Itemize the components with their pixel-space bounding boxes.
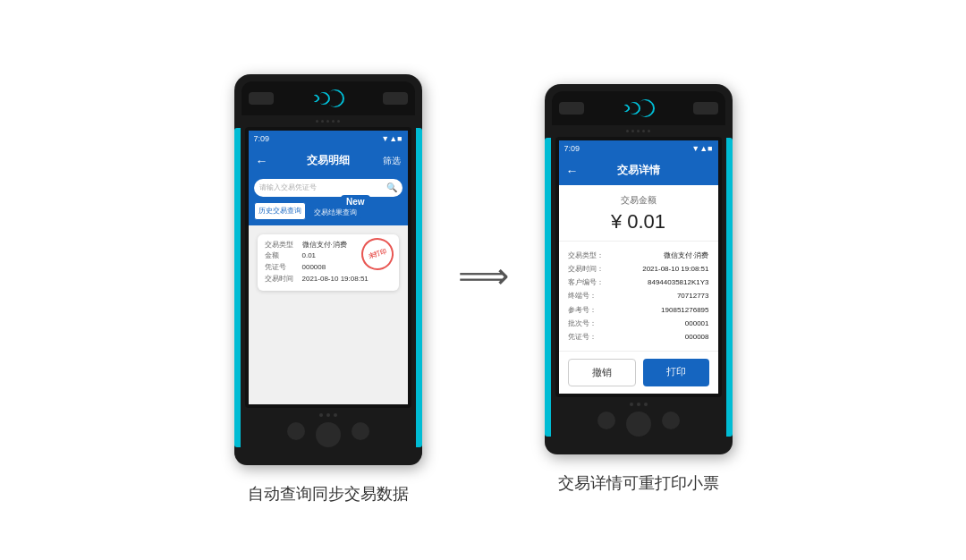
back-button-right[interactable]: ← <box>566 164 579 178</box>
transaction-result-wrapper: 交易结果查询 New <box>309 202 361 220</box>
right-device-section: 7:09 ▼▲■ ← 交易详情 交易金额 ¥ 0.01 <box>545 84 733 494</box>
pos-top-section <box>242 81 415 115</box>
detail-label-5: 批次号： <box>568 317 597 330</box>
status-bar-left: 7:09 ▼▲■ <box>249 131 408 147</box>
nav-btn-center-r[interactable] <box>626 412 651 437</box>
main-container: 7:09 ▼▲■ ← 交易明细 筛选 请输入交易凭证号 🔍 <box>234 56 733 505</box>
detail-row-4: 参考号： 190851276895 <box>568 303 709 317</box>
history-query-button[interactable]: 历史交易查询 <box>254 202 306 220</box>
detail-label-3: 终端号： <box>568 289 597 302</box>
amount-label: 交易金额 <box>559 194 718 207</box>
pos-top-left-label <box>249 92 274 105</box>
nav-buttons <box>242 419 415 451</box>
transaction-time-row: 交易时间 2021-08-10 19:08:51 <box>265 274 392 285</box>
detail-label-2: 客户编号： <box>568 276 604 289</box>
transaction-list: 交易类型 微信支付·消费 金额 0.01 凭证号 000008 交易时间 <box>249 225 408 404</box>
detail-value-5: 000001 <box>685 317 709 330</box>
detail-row-0: 交易类型： 微信支付·消费 <box>568 249 709 262</box>
nfc-arc-r3 <box>632 96 657 121</box>
query-buttons-row: 历史交易查询 交易结果查询 New <box>249 202 408 225</box>
arrow-container: ⟹ <box>458 255 509 296</box>
search-icon: 🔍 <box>386 182 397 192</box>
app-header-right: ← 交易详情 <box>559 157 718 185</box>
nav-btn-right[interactable] <box>352 422 369 440</box>
nav-btn-right-r[interactable] <box>662 412 680 429</box>
detail-value-3: 70712773 <box>677 289 709 302</box>
signal-left: ▼▲■ <box>381 134 402 143</box>
pos-dots-bottom <box>242 410 415 419</box>
left-pos-terminal: 7:09 ▼▲■ ← 交易明细 筛选 请输入交易凭证号 🔍 <box>234 74 422 465</box>
screen-bezel-left: 7:09 ▼▲■ ← 交易明细 筛选 请输入交易凭证号 🔍 <box>245 127 411 408</box>
page-title-right: 交易详情 <box>617 163 660 178</box>
pos-top-left-label-r <box>559 102 584 115</box>
new-badge: New <box>341 195 370 208</box>
detail-value-4: 190851276895 <box>661 303 708 317</box>
amount-section: 交易金额 ¥ 0.01 <box>559 185 718 242</box>
status-bar-right: 7:09 ▼▲■ <box>559 140 718 157</box>
detail-row-3: 终端号： 70712773 <box>568 289 709 302</box>
cyan-strip-right <box>416 128 422 447</box>
time-right: 7:09 <box>564 144 580 153</box>
cyan-strip-right-r <box>726 138 733 437</box>
print-button[interactable]: 打印 <box>643 359 709 386</box>
nfc-icon <box>312 89 344 107</box>
back-button-left[interactable]: ← <box>256 154 268 168</box>
right-pos-terminal: 7:09 ▼▲■ ← 交易详情 交易金额 ¥ 0.01 <box>545 84 733 454</box>
signal-right: ▼▲■ <box>691 144 712 153</box>
detail-row-1: 交易时间： 2021-08-10 19:08:51 <box>568 262 709 276</box>
filter-button[interactable]: 筛选 <box>383 155 401 167</box>
pos-top-right-label <box>383 92 408 105</box>
nfc-icon-r <box>623 99 655 117</box>
page-title-left: 交易明细 <box>307 153 350 168</box>
detail-label-1: 交易时间： <box>568 262 604 276</box>
app-header-left: ← 交易明细 筛选 <box>249 147 408 175</box>
cancel-button[interactable]: 撤销 <box>568 359 636 386</box>
detail-action-buttons: 撤销 打印 <box>559 351 718 394</box>
nav-btn-center[interactable] <box>316 422 341 447</box>
right-caption: 交易详情可重打印小票 <box>558 472 719 494</box>
detail-row-5: 批次号： 000001 <box>568 317 709 330</box>
pos-top-right-label-r <box>693 102 718 115</box>
detail-value-0: 微信支付·消费 <box>664 249 708 262</box>
search-placeholder: 请输入交易凭证号 <box>259 182 317 192</box>
amount-value: ¥ 0.01 <box>559 210 718 233</box>
search-box[interactable]: 请输入交易凭证号 🔍 <box>254 179 402 197</box>
cyan-strip-left-r <box>545 138 551 437</box>
detail-row-6: 凭证号： 000008 <box>568 330 709 344</box>
direction-arrow: ⟹ <box>458 255 509 296</box>
search-section: 请输入交易凭证号 🔍 <box>249 175 408 202</box>
detail-label-6: 凭证号： <box>568 330 597 344</box>
detail-row-2: 客户编号： 84944035812K1Y3 <box>568 276 709 289</box>
detail-value-1: 2021-08-10 19:08:51 <box>642 262 708 276</box>
nfc-arc-3 <box>322 85 347 110</box>
nav-btn-left[interactable] <box>287 422 305 440</box>
pos-top-section-r <box>552 91 725 125</box>
detail-label-0: 交易类型： <box>568 249 604 262</box>
left-caption: 自动查询同步交易数据 <box>248 483 409 505</box>
detail-value-2: 84944035812K1Y3 <box>648 276 709 289</box>
detail-screen: 交易金额 ¥ 0.01 交易类型： 微信支付·消费 交易时间： 2021-08-… <box>559 185 718 394</box>
pos-dots-top <box>242 117 415 125</box>
left-device-section: 7:09 ▼▲■ ← 交易明细 筛选 请输入交易凭证号 🔍 <box>234 74 422 505</box>
detail-value-6: 000008 <box>685 330 709 344</box>
detail-label-4: 参考号： <box>568 303 597 317</box>
pos-dots-bottom-r <box>552 399 725 408</box>
time-left: 7:09 <box>254 134 270 143</box>
pos-dots-top-r <box>552 127 725 135</box>
transaction-card[interactable]: 交易类型 微信支付·消费 金额 0.01 凭证号 000008 交易时间 <box>258 234 399 291</box>
screen-bezel-right: 7:09 ▼▲■ ← 交易详情 交易金额 ¥ 0.01 <box>555 137 722 397</box>
nav-buttons-r <box>552 408 725 440</box>
nav-btn-left-r[interactable] <box>597 412 615 429</box>
cyan-strip-left <box>234 128 241 447</box>
detail-info-table: 交易类型： 微信支付·消费 交易时间： 2021-08-10 19:08:51 … <box>559 242 718 351</box>
